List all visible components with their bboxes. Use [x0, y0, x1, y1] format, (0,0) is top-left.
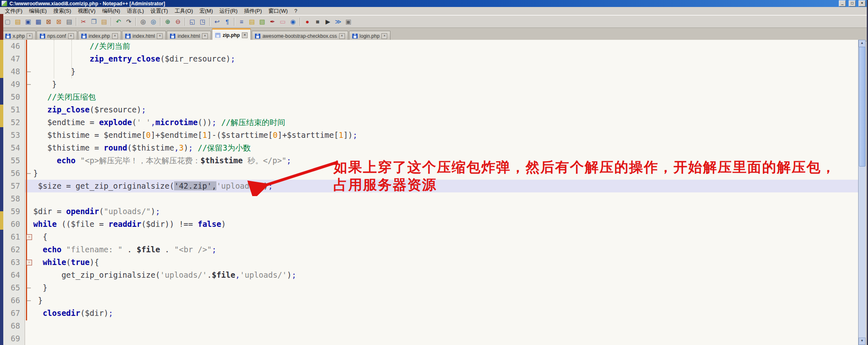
- close-button[interactable]: ×: [859, 0, 866, 7]
- synchronize-horizontal-button[interactable]: ◳: [197, 16, 208, 27]
- line-number: 54: [3, 142, 25, 154]
- find-replace-button[interactable]: ◎: [148, 16, 158, 27]
- scroll-down-arrow-icon[interactable]: ▼: [859, 338, 866, 345]
- close-all-documents-icon: ⊠: [56, 18, 62, 25]
- code-text: zip_close($resource);: [33, 103, 859, 116]
- close-tab-icon[interactable]: ×: [242, 32, 248, 38]
- show-all-characters-icon: ¶: [225, 18, 229, 25]
- close-tab-icon[interactable]: ×: [381, 33, 387, 39]
- save-all-button[interactable]: ▦: [33, 16, 44, 27]
- paste-button[interactable]: ▤: [99, 16, 109, 27]
- run-macro-multiple-times-button[interactable]: ≫: [333, 16, 343, 27]
- saved-file-icon: [215, 33, 220, 38]
- menu-item-1[interactable]: 编辑(E): [26, 7, 50, 15]
- minimize-button[interactable]: _: [839, 0, 846, 7]
- menu-item-10[interactable]: 插件(P): [241, 7, 265, 15]
- line-number: 59: [3, 205, 25, 218]
- menu-item-2[interactable]: 搜索(S): [50, 7, 74, 15]
- tab-label: login.php: [360, 33, 380, 39]
- play-macro-button[interactable]: ▶: [323, 16, 333, 27]
- background-window-sliver: [0, 14, 3, 40]
- cut-icon: ✂: [81, 18, 86, 25]
- menu-item-12[interactable]: ?: [291, 7, 301, 14]
- fold-collapse-icon[interactable]: -: [26, 260, 32, 265]
- synchronize-vertical-button[interactable]: ◱: [187, 16, 197, 27]
- indent-guide-button[interactable]: ≡: [237, 16, 247, 27]
- title-bar: C:\wwwroot\www.xiaodi8.com\zip.php - Not…: [0, 0, 867, 7]
- menu-item-5[interactable]: 语言(L): [124, 7, 147, 15]
- line-number: 60: [3, 218, 25, 231]
- copy-button[interactable]: ❐: [89, 16, 99, 27]
- code-text: while (($file = readdir($dir)) !== false…: [33, 218, 859, 231]
- line-number: 64: [3, 269, 25, 281]
- redo-button[interactable]: ↷: [124, 16, 134, 27]
- paste-icon: ▤: [101, 18, 107, 25]
- code-text: $dir = opendir("uploads/");: [33, 205, 859, 218]
- menu-item-7[interactable]: 工具(O): [171, 7, 196, 15]
- background-window-sliver: [0, 211, 3, 230]
- close-tab-icon[interactable]: ×: [68, 33, 74, 39]
- maximize-button[interactable]: □: [849, 0, 856, 7]
- redo-icon: ↷: [126, 18, 131, 25]
- code-line: 68: [3, 320, 859, 332]
- toolbar-separator: [135, 18, 136, 26]
- folder-as-workspace-button[interactable]: ▧: [257, 16, 267, 27]
- menu-item-8[interactable]: 宏(M): [196, 7, 216, 15]
- tab-label: index.html: [177, 33, 200, 39]
- new-file-button[interactable]: ▢: [2, 16, 13, 27]
- code-line: 49 }: [3, 78, 859, 91]
- scroll-up-arrow-icon[interactable]: ▲: [859, 40, 866, 47]
- menu-item-11[interactable]: 窗口(W): [265, 7, 291, 15]
- find-button[interactable]: ◎: [138, 16, 148, 27]
- close-tab-icon[interactable]: ×: [27, 33, 32, 39]
- run-macro-multiple-times-icon: ≫: [335, 18, 342, 25]
- close-tab-icon[interactable]: ×: [339, 33, 345, 39]
- fold-collapse-icon[interactable]: -: [26, 234, 32, 240]
- menu-item-0[interactable]: 文件(F): [2, 7, 26, 15]
- line-number: 66: [3, 294, 25, 307]
- save-button[interactable]: ▣: [23, 16, 33, 27]
- saved-file-icon: [81, 34, 87, 39]
- project-panel-button[interactable]: ▭: [278, 16, 288, 27]
- line-number: 53: [3, 129, 25, 142]
- menu-item-4[interactable]: 编码(N): [99, 7, 124, 15]
- toolbar: ▢▤▣▦⊠⊠▤✂❐▤↶↷◎◎⊕⊖◱◳↩¶≡▤▧✒▭◉●■▶≫▣: [0, 15, 867, 28]
- show-all-characters-button[interactable]: ¶: [222, 16, 232, 27]
- word-wrap-button[interactable]: ↩: [212, 16, 222, 27]
- zoom-in-button[interactable]: ⊕: [163, 16, 173, 27]
- line-number: 62: [3, 243, 25, 256]
- cut-button[interactable]: ✂: [78, 16, 89, 27]
- document-switcher-button[interactable]: ▤: [247, 16, 257, 27]
- tab-zip-php[interactable]: zip.php×: [212, 28, 251, 41]
- close-document-button[interactable]: ⊠: [44, 16, 54, 27]
- undo-button[interactable]: ↶: [113, 16, 124, 27]
- close-all-documents-button[interactable]: ⊠: [54, 16, 64, 27]
- document-monitor-button[interactable]: ◉: [288, 16, 298, 27]
- zoom-out-button[interactable]: ⊖: [173, 16, 183, 27]
- menu-item-9[interactable]: 运行(R): [216, 7, 241, 15]
- fold-end-marker: [27, 84, 31, 85]
- synchronize-vertical-icon: ◱: [189, 18, 195, 25]
- scrollbar-thumb[interactable]: [859, 47, 866, 167]
- close-tab-icon[interactable]: ×: [202, 33, 208, 39]
- tab-label: zip.php: [223, 32, 240, 38]
- toolbar-separator: [185, 18, 186, 26]
- stop-macro-button[interactable]: ■: [312, 16, 323, 27]
- code-line: 46 //关闭当前: [3, 40, 859, 53]
- code-line: 67 closedir($dir);: [3, 307, 859, 320]
- close-tab-icon[interactable]: ×: [157, 33, 163, 39]
- code-text: echo "filename: " . $file . "<br />";: [33, 243, 859, 256]
- open-file-button[interactable]: ▤: [13, 16, 23, 27]
- vertical-scrollbar[interactable]: ▲ ▼: [858, 40, 866, 345]
- save-macro-button[interactable]: ▣: [343, 16, 354, 27]
- run-script-button[interactable]: ✒: [267, 16, 278, 27]
- print-button[interactable]: ▤: [64, 16, 74, 27]
- menu-item-6[interactable]: 设置(T): [147, 7, 172, 15]
- menu-item-3[interactable]: 视图(V): [74, 7, 99, 15]
- notepadpp-app-icon: [1, 0, 7, 7]
- close-tab-icon[interactable]: ×: [112, 33, 118, 39]
- line-number: 68: [3, 320, 25, 332]
- record-macro-button[interactable]: ●: [302, 16, 312, 27]
- window-title: C:\wwwroot\www.xiaodi8.com\zip.php - Not…: [9, 1, 836, 7]
- unsaved-change-marker: [26, 40, 27, 320]
